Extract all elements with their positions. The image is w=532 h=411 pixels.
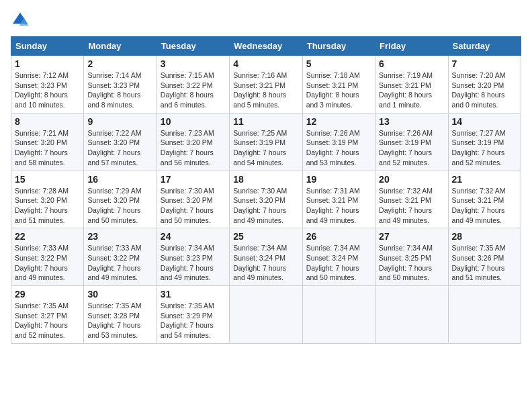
calendar-cell: 2Sunrise: 7:14 AM Sunset: 3:23 PM Daylig… <box>84 56 157 113</box>
day-info: Sunrise: 7:33 AM Sunset: 3:22 PM Dayligh… <box>87 243 152 283</box>
main-container: SundayMondayTuesdayWednesdayThursdayFrid… <box>0 0 532 355</box>
day-number: 3 <box>161 58 226 69</box>
calendar-week-2: 8Sunrise: 7:21 AM Sunset: 3:20 PM Daylig… <box>11 113 521 171</box>
calendar-cell: 19Sunrise: 7:31 AM Sunset: 3:21 PM Dayli… <box>302 171 375 228</box>
calendar-cell: 14Sunrise: 7:27 AM Sunset: 3:19 PM Dayli… <box>448 113 521 171</box>
calendar-cell: 13Sunrise: 7:26 AM Sunset: 3:19 PM Dayli… <box>375 113 448 171</box>
calendar-cell: 26Sunrise: 7:34 AM Sunset: 3:24 PM Dayli… <box>302 228 375 286</box>
calendar-cell: 24Sunrise: 7:34 AM Sunset: 3:23 PM Dayli… <box>157 228 229 286</box>
logo <box>11 11 31 30</box>
day-info: Sunrise: 7:32 AM Sunset: 3:21 PM Dayligh… <box>379 186 444 226</box>
calendar-cell: 21Sunrise: 7:32 AM Sunset: 3:21 PM Dayli… <box>448 171 521 228</box>
day-info: Sunrise: 7:32 AM Sunset: 3:21 PM Dayligh… <box>452 186 517 226</box>
day-number: 10 <box>161 116 226 127</box>
day-info: Sunrise: 7:34 AM Sunset: 3:25 PM Dayligh… <box>379 243 444 283</box>
weekday-friday: Friday <box>375 37 448 56</box>
calendar-cell: 1Sunrise: 7:12 AM Sunset: 3:23 PM Daylig… <box>11 56 84 113</box>
calendar-cell: 7Sunrise: 7:20 AM Sunset: 3:20 PM Daylig… <box>448 56 521 113</box>
calendar-cell: 9Sunrise: 7:22 AM Sunset: 3:20 PM Daylig… <box>84 113 157 171</box>
day-info: Sunrise: 7:14 AM Sunset: 3:23 PM Dayligh… <box>87 71 152 110</box>
day-number: 28 <box>452 231 517 242</box>
day-info: Sunrise: 7:34 AM Sunset: 3:23 PM Dayligh… <box>161 243 226 283</box>
day-info: Sunrise: 7:27 AM Sunset: 3:19 PM Dayligh… <box>452 128 517 168</box>
calendar-cell: 23Sunrise: 7:33 AM Sunset: 3:22 PM Dayli… <box>84 228 157 286</box>
calendar-cell: 20Sunrise: 7:32 AM Sunset: 3:21 PM Dayli… <box>375 171 448 228</box>
calendar-cell: 4Sunrise: 7:16 AM Sunset: 3:21 PM Daylig… <box>230 56 302 113</box>
header <box>11 11 521 30</box>
weekday-tuesday: Tuesday <box>157 37 229 56</box>
calendar-cell: 6Sunrise: 7:19 AM Sunset: 3:21 PM Daylig… <box>375 56 448 113</box>
logo-icon <box>11 11 30 30</box>
day-number: 4 <box>233 58 298 69</box>
day-number: 1 <box>15 58 80 69</box>
calendar-week-4: 22Sunrise: 7:33 AM Sunset: 3:22 PM Dayli… <box>11 228 521 286</box>
calendar-week-3: 15Sunrise: 7:28 AM Sunset: 3:20 PM Dayli… <box>11 171 521 228</box>
day-number: 7 <box>452 58 517 69</box>
day-number: 26 <box>306 231 371 242</box>
calendar-cell: 15Sunrise: 7:28 AM Sunset: 3:20 PM Dayli… <box>11 171 84 228</box>
day-info: Sunrise: 7:35 AM Sunset: 3:26 PM Dayligh… <box>452 243 517 283</box>
day-number: 5 <box>306 58 371 69</box>
day-info: Sunrise: 7:20 AM Sunset: 3:20 PM Dayligh… <box>452 71 517 110</box>
calendar-body: 1Sunrise: 7:12 AM Sunset: 3:23 PM Daylig… <box>11 56 521 344</box>
day-info: Sunrise: 7:12 AM Sunset: 3:23 PM Dayligh… <box>15 71 80 110</box>
day-info: Sunrise: 7:33 AM Sunset: 3:22 PM Dayligh… <box>15 243 80 283</box>
day-info: Sunrise: 7:23 AM Sunset: 3:20 PM Dayligh… <box>161 128 226 168</box>
day-info: Sunrise: 7:34 AM Sunset: 3:24 PM Dayligh… <box>306 243 371 283</box>
day-info: Sunrise: 7:35 AM Sunset: 3:28 PM Dayligh… <box>87 301 152 340</box>
day-info: Sunrise: 7:22 AM Sunset: 3:20 PM Dayligh… <box>87 128 152 168</box>
day-number: 24 <box>161 231 226 242</box>
day-number: 16 <box>87 174 152 185</box>
day-number: 11 <box>233 116 298 127</box>
day-number: 20 <box>379 174 444 185</box>
calendar-cell <box>375 286 448 344</box>
weekday-monday: Monday <box>84 37 157 56</box>
day-info: Sunrise: 7:15 AM Sunset: 3:22 PM Dayligh… <box>161 71 226 110</box>
calendar-cell: 28Sunrise: 7:35 AM Sunset: 3:26 PM Dayli… <box>448 228 521 286</box>
day-number: 30 <box>87 289 152 300</box>
day-info: Sunrise: 7:19 AM Sunset: 3:21 PM Dayligh… <box>379 71 444 110</box>
day-info: Sunrise: 7:29 AM Sunset: 3:20 PM Dayligh… <box>87 186 152 226</box>
day-info: Sunrise: 7:35 AM Sunset: 3:29 PM Dayligh… <box>161 301 226 340</box>
calendar-cell: 17Sunrise: 7:30 AM Sunset: 3:20 PM Dayli… <box>157 171 229 228</box>
calendar-cell: 27Sunrise: 7:34 AM Sunset: 3:25 PM Dayli… <box>375 228 448 286</box>
calendar-cell: 11Sunrise: 7:25 AM Sunset: 3:19 PM Dayli… <box>230 113 302 171</box>
day-info: Sunrise: 7:16 AM Sunset: 3:21 PM Dayligh… <box>233 71 298 110</box>
calendar-week-5: 29Sunrise: 7:35 AM Sunset: 3:27 PM Dayli… <box>11 286 521 344</box>
weekday-header-row: SundayMondayTuesdayWednesdayThursdayFrid… <box>11 37 521 56</box>
day-info: Sunrise: 7:34 AM Sunset: 3:24 PM Dayligh… <box>233 243 298 283</box>
day-number: 27 <box>379 231 444 242</box>
day-info: Sunrise: 7:35 AM Sunset: 3:27 PM Dayligh… <box>15 301 80 340</box>
weekday-wednesday: Wednesday <box>230 37 302 56</box>
day-number: 31 <box>161 289 226 300</box>
calendar-table: SundayMondayTuesdayWednesdayThursdayFrid… <box>11 36 521 344</box>
day-number: 29 <box>15 289 80 300</box>
calendar-cell: 8Sunrise: 7:21 AM Sunset: 3:20 PM Daylig… <box>11 113 84 171</box>
day-number: 8 <box>15 116 80 127</box>
day-number: 13 <box>379 116 444 127</box>
day-number: 9 <box>87 116 152 127</box>
calendar-cell <box>302 286 375 344</box>
calendar-cell: 5Sunrise: 7:18 AM Sunset: 3:21 PM Daylig… <box>302 56 375 113</box>
calendar-cell: 22Sunrise: 7:33 AM Sunset: 3:22 PM Dayli… <box>11 228 84 286</box>
weekday-thursday: Thursday <box>302 37 375 56</box>
day-info: Sunrise: 7:28 AM Sunset: 3:20 PM Dayligh… <box>15 186 80 226</box>
day-number: 6 <box>379 58 444 69</box>
day-number: 17 <box>161 174 226 185</box>
calendar-cell: 16Sunrise: 7:29 AM Sunset: 3:20 PM Dayli… <box>84 171 157 228</box>
day-number: 25 <box>233 231 298 242</box>
calendar-cell: 25Sunrise: 7:34 AM Sunset: 3:24 PM Dayli… <box>230 228 302 286</box>
calendar-week-1: 1Sunrise: 7:12 AM Sunset: 3:23 PM Daylig… <box>11 56 521 113</box>
calendar-cell: 10Sunrise: 7:23 AM Sunset: 3:20 PM Dayli… <box>157 113 229 171</box>
day-info: Sunrise: 7:30 AM Sunset: 3:20 PM Dayligh… <box>161 186 226 226</box>
day-number: 18 <box>233 174 298 185</box>
day-info: Sunrise: 7:18 AM Sunset: 3:21 PM Dayligh… <box>306 71 371 110</box>
calendar-header: SundayMondayTuesdayWednesdayThursdayFrid… <box>11 37 521 56</box>
day-number: 19 <box>306 174 371 185</box>
day-number: 15 <box>15 174 80 185</box>
calendar-cell: 12Sunrise: 7:26 AM Sunset: 3:19 PM Dayli… <box>302 113 375 171</box>
calendar-cell <box>230 286 302 344</box>
day-info: Sunrise: 7:25 AM Sunset: 3:19 PM Dayligh… <box>233 128 298 168</box>
calendar-cell: 29Sunrise: 7:35 AM Sunset: 3:27 PM Dayli… <box>11 286 84 344</box>
calendar-cell: 3Sunrise: 7:15 AM Sunset: 3:22 PM Daylig… <box>157 56 229 113</box>
